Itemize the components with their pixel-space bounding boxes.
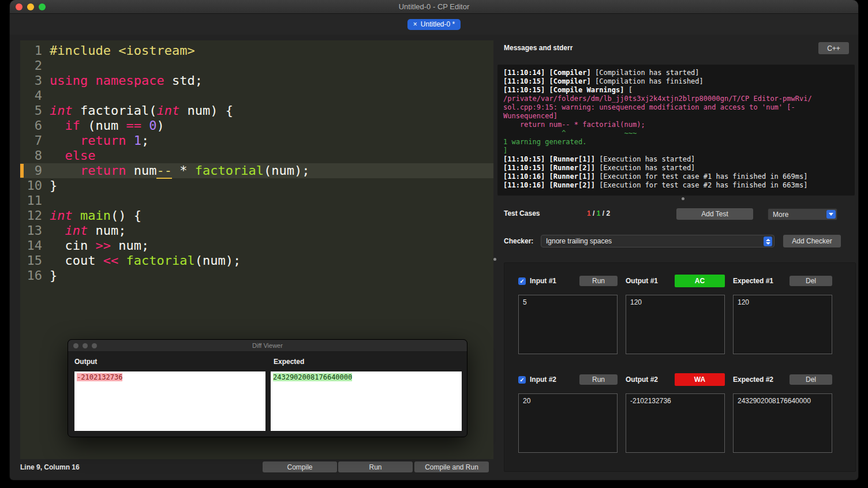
line-number: 16 xyxy=(20,268,42,283)
console-line: [11:10:15] [Runner[2]] [Execution has st… xyxy=(503,164,849,172)
test-cases-list: ✓ Input #1 Run Output #1 AC Expected #1 … xyxy=(504,262,856,472)
test-case-row: ✓ Input #2 Run Output #2 WA Expected #2 … xyxy=(518,373,855,453)
delete-testcase-button[interactable]: Del xyxy=(790,276,832,286)
verdict-badge: WA xyxy=(675,373,725,386)
window-controls xyxy=(16,3,46,10)
input-label: Input #1 xyxy=(530,277,556,285)
input-textarea[interactable]: 5 xyxy=(518,295,618,354)
code-line: 15 cout << factorial(num); xyxy=(20,253,493,268)
minimize-window-icon[interactable] xyxy=(27,3,34,10)
console-line: [11:10:16] [Runner[1]] [Execution for te… xyxy=(503,172,849,181)
line-number: 15 xyxy=(20,253,42,268)
right-panel: Messages and stderr C++ [11:10:14] [Comp… xyxy=(496,35,856,480)
diff-output-pane: -2102132736 xyxy=(74,371,265,431)
expected-textarea[interactable]: 2432902008176640000 xyxy=(733,393,832,453)
line-number: 10 xyxy=(20,178,42,193)
close-window-icon[interactable] xyxy=(16,3,23,10)
close-window-icon[interactable] xyxy=(73,343,78,348)
select-stepper-icon xyxy=(764,237,772,246)
expected-label: Expected #1 xyxy=(733,277,773,285)
language-button[interactable]: C++ xyxy=(818,42,849,54)
line-number: 2 xyxy=(20,58,42,73)
output-textarea[interactable]: 120 xyxy=(626,295,725,354)
run-testcase-button[interactable]: Run xyxy=(579,374,618,385)
diff-expected-label: Expected xyxy=(274,358,304,366)
line-number: 4 xyxy=(20,88,42,103)
output-textarea[interactable]: -2102132736 xyxy=(626,393,725,453)
run-testcase-button[interactable]: Run xyxy=(579,276,618,286)
testcase-checkbox[interactable]: ✓ xyxy=(518,376,526,384)
code-line: 12int main() { xyxy=(20,208,493,223)
compiler-output-console[interactable]: [11:10:14] [Compiler] [Compilation has s… xyxy=(497,65,855,196)
code-line: 9 return num-- * factorial(num); xyxy=(20,163,493,178)
code-line: 6 if (num == 0) xyxy=(20,118,493,133)
line-number: 13 xyxy=(20,223,42,238)
output-label: Output #2 xyxy=(626,376,658,384)
console-line: [11:10:16] [Runner[2]] [Execution for te… xyxy=(503,181,849,190)
title-bar: Untitled-0 - CP Editor xyxy=(10,0,858,14)
messages-header: Messages and stderr xyxy=(504,44,573,52)
splitter-handle-icon[interactable] xyxy=(493,258,496,261)
code-line: 2 xyxy=(20,58,493,73)
code-line: 5int factorial(int num) { xyxy=(20,103,493,118)
add-test-button[interactable]: Add Test xyxy=(676,208,753,220)
zoom-window-icon[interactable] xyxy=(39,3,46,10)
code-line: 11 xyxy=(20,193,493,208)
code-line: 7 return 1; xyxy=(20,133,493,148)
line-number: 11 xyxy=(20,193,42,208)
testcase-checkbox[interactable]: ✓ xyxy=(518,277,526,285)
diff-output-highlight: -2102132736 xyxy=(77,373,122,381)
code-line: 14 cin >> num; xyxy=(20,238,493,253)
line-number: 5 xyxy=(20,103,42,118)
expected-label: Expected #2 xyxy=(733,376,773,384)
code-line: 13 int num; xyxy=(20,223,493,238)
more-dropdown[interactable]: More xyxy=(768,208,837,220)
checker-select[interactable]: Ignore trailing spaces xyxy=(541,235,775,247)
splitter-handle-icon[interactable] xyxy=(682,197,684,200)
minimize-window-icon[interactable] xyxy=(83,343,88,348)
console-line: /private/var/folders/dm/lb_jj0ts3xj2k4xt… xyxy=(503,95,849,103)
test-case-row: ✓ Input #1 Run Output #1 AC Expected #1 … xyxy=(518,275,855,354)
compile-and-run-button[interactable]: Compile and Run xyxy=(414,461,489,472)
line-number: 1 xyxy=(20,43,42,58)
input-textarea[interactable]: 20 xyxy=(518,393,618,453)
diff-expected-pane: 2432902008176640000 xyxy=(271,371,462,431)
zoom-window-icon[interactable] xyxy=(92,343,97,348)
console-line: Wunsequenced] xyxy=(503,112,849,121)
line-number: 9 xyxy=(20,163,42,178)
more-dropdown-label: More xyxy=(773,211,788,219)
console-line: [11:10:15] [Compile Warnings] [ xyxy=(503,86,849,95)
expected-textarea[interactable]: 120 xyxy=(733,295,832,354)
diff-expected-highlight: 2432902008176640000 xyxy=(273,373,352,381)
line-number: 8 xyxy=(20,148,42,163)
console-line: ^ ~~~ xyxy=(503,129,849,138)
cursor-position-status: Line 9, Column 16 xyxy=(20,463,80,471)
console-line: [11:10:15] [Compiler] [Compilation has f… xyxy=(503,77,849,86)
tab-untitled-0[interactable]: × Untitled-0 * xyxy=(407,19,461,30)
delete-testcase-button[interactable]: Del xyxy=(790,374,832,385)
diff-viewer-window: Diff Viewer Output Expected -2102132736 … xyxy=(68,339,467,437)
line-number: 3 xyxy=(20,73,42,88)
console-line: 1 warning generated. xyxy=(503,138,849,147)
line-number: 12 xyxy=(20,208,42,223)
verdict-badge: AC xyxy=(675,275,725,287)
checker-label: Checker: xyxy=(504,237,533,245)
console-line: ] xyxy=(503,147,849,155)
compile-button[interactable]: Compile xyxy=(263,461,337,472)
console-line: [11:10:15] [Runner[1]] [Execution has st… xyxy=(503,155,849,164)
code-line: 10} xyxy=(20,178,493,193)
code-line: 3using namespace std; xyxy=(20,73,493,88)
input-label: Input #2 xyxy=(530,376,556,384)
console-line: [11:10:14] [Compiler] [Compilation has s… xyxy=(503,69,849,77)
run-button[interactable]: Run xyxy=(338,461,413,472)
tab-close-icon[interactable]: × xyxy=(413,21,417,28)
verdict-summary: 1 / 1 / 2 xyxy=(587,209,610,217)
test-cases-label: Test Cases xyxy=(504,209,540,217)
console-line: return num-- * factorial(num); xyxy=(503,121,849,129)
console-line: sol.cpp:9:15: warning: unsequenced modif… xyxy=(503,103,849,112)
diff-output-label: Output xyxy=(74,358,97,366)
app-window: Untitled-0 - CP Editor × Untitled-0 * 1#… xyxy=(10,0,858,480)
code-line: 16} xyxy=(20,268,493,283)
add-checker-button[interactable]: Add Checker xyxy=(783,235,841,247)
code-line: 4 xyxy=(20,88,493,103)
